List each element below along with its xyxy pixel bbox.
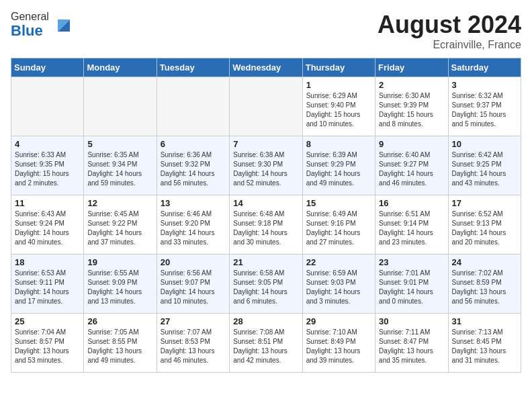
col-header-friday: Friday (375, 58, 448, 77)
calendar-cell: 23Sunrise: 7:01 AM Sunset: 9:01 PM Dayli… (375, 255, 448, 314)
calendar-cell: 3Sunrise: 6:32 AM Sunset: 9:37 PM Daylig… (448, 77, 521, 136)
title-block: August 2024 Ecrainville, France (378, 11, 521, 51)
page-header: General Blue August 2024 Ecrainville, Fr… (11, 11, 521, 51)
col-header-wednesday: Wednesday (230, 58, 302, 77)
calendar-cell: 30Sunrise: 7:11 AM Sunset: 8:47 PM Dayli… (375, 314, 448, 373)
day-info: Sunrise: 6:35 AM Sunset: 9:34 PM Dayligh… (87, 150, 152, 188)
logo-icon (51, 13, 75, 37)
calendar-cell: 17Sunrise: 6:52 AM Sunset: 9:13 PM Dayli… (448, 195, 521, 255)
day-info: Sunrise: 7:07 AM Sunset: 8:53 PM Dayligh… (161, 328, 226, 365)
logo-general: General (11, 11, 49, 22)
day-info: Sunrise: 7:11 AM Sunset: 8:47 PM Dayligh… (379, 328, 444, 365)
day-number: 20 (161, 257, 226, 267)
week-row-3: 11Sunrise: 6:43 AM Sunset: 9:24 PM Dayli… (11, 195, 521, 255)
logo: General Blue (11, 11, 75, 39)
day-number: 27 (161, 316, 226, 326)
calendar-cell: 31Sunrise: 7:13 AM Sunset: 8:45 PM Dayli… (448, 314, 521, 373)
day-number: 26 (87, 316, 152, 326)
calendar-cell (84, 77, 157, 136)
day-info: Sunrise: 6:53 AM Sunset: 9:11 PM Dayligh… (15, 269, 80, 306)
calendar-table: SundayMondayTuesdayWednesdayThursdayFrid… (11, 58, 521, 373)
day-number: 7 (233, 139, 298, 149)
day-number: 9 (379, 139, 444, 149)
calendar-cell: 28Sunrise: 7:08 AM Sunset: 8:51 PM Dayli… (230, 314, 302, 373)
day-number: 29 (306, 316, 371, 326)
day-info: Sunrise: 6:33 AM Sunset: 9:35 PM Dayligh… (15, 150, 80, 188)
day-info: Sunrise: 7:04 AM Sunset: 8:57 PM Dayligh… (15, 328, 80, 365)
calendar-cell: 11Sunrise: 6:43 AM Sunset: 9:24 PM Dayli… (11, 195, 84, 255)
day-info: Sunrise: 6:55 AM Sunset: 9:09 PM Dayligh… (87, 269, 152, 306)
day-number: 4 (15, 139, 80, 149)
col-header-tuesday: Tuesday (157, 58, 229, 77)
day-number: 31 (452, 316, 517, 326)
calendar-cell: 25Sunrise: 7:04 AM Sunset: 8:57 PM Dayli… (11, 314, 84, 373)
day-number: 19 (87, 257, 152, 267)
col-header-monday: Monday (84, 58, 157, 77)
day-number: 5 (87, 139, 152, 149)
day-number: 28 (233, 316, 298, 326)
day-number: 3 (452, 80, 517, 90)
day-info: Sunrise: 7:08 AM Sunset: 8:51 PM Dayligh… (233, 328, 298, 365)
calendar-cell: 4Sunrise: 6:33 AM Sunset: 9:35 PM Daylig… (11, 136, 84, 195)
calendar-cell: 21Sunrise: 6:58 AM Sunset: 9:05 PM Dayli… (230, 255, 302, 314)
header-row: SundayMondayTuesdayWednesdayThursdayFrid… (11, 58, 521, 77)
calendar-cell: 19Sunrise: 6:55 AM Sunset: 9:09 PM Dayli… (84, 255, 157, 314)
day-info: Sunrise: 6:59 AM Sunset: 9:03 PM Dayligh… (306, 269, 371, 306)
week-row-1: 1Sunrise: 6:29 AM Sunset: 9:40 PM Daylig… (11, 77, 521, 136)
day-info: Sunrise: 6:29 AM Sunset: 9:40 PM Dayligh… (306, 91, 371, 129)
day-info: Sunrise: 6:51 AM Sunset: 9:14 PM Dayligh… (379, 210, 444, 247)
calendar-cell (230, 77, 302, 136)
day-info: Sunrise: 6:49 AM Sunset: 9:16 PM Dayligh… (306, 210, 371, 247)
day-number: 16 (379, 198, 444, 208)
location-subtitle: Ecrainville, France (378, 39, 521, 51)
day-info: Sunrise: 6:43 AM Sunset: 9:24 PM Dayligh… (15, 210, 80, 247)
day-number: 12 (87, 198, 152, 208)
day-number: 25 (15, 316, 80, 326)
day-number: 24 (452, 257, 517, 267)
day-info: Sunrise: 6:52 AM Sunset: 9:13 PM Dayligh… (452, 210, 517, 247)
calendar-cell: 20Sunrise: 6:56 AM Sunset: 9:07 PM Dayli… (157, 255, 229, 314)
day-info: Sunrise: 6:46 AM Sunset: 9:20 PM Dayligh… (161, 210, 226, 247)
day-number: 1 (306, 80, 371, 90)
calendar-cell: 27Sunrise: 7:07 AM Sunset: 8:53 PM Dayli… (157, 314, 229, 373)
calendar-cell: 18Sunrise: 6:53 AM Sunset: 9:11 PM Dayli… (11, 255, 84, 314)
calendar-cell: 2Sunrise: 6:30 AM Sunset: 9:39 PM Daylig… (375, 77, 448, 136)
calendar-cell: 26Sunrise: 7:05 AM Sunset: 8:55 PM Dayli… (84, 314, 157, 373)
week-row-4: 18Sunrise: 6:53 AM Sunset: 9:11 PM Dayli… (11, 255, 521, 314)
calendar-cell: 5Sunrise: 6:35 AM Sunset: 9:34 PM Daylig… (84, 136, 157, 195)
day-number: 17 (452, 198, 517, 208)
calendar-cell: 13Sunrise: 6:46 AM Sunset: 9:20 PM Dayli… (157, 195, 229, 255)
day-info: Sunrise: 7:13 AM Sunset: 8:45 PM Dayligh… (452, 328, 517, 365)
day-info: Sunrise: 6:48 AM Sunset: 9:18 PM Dayligh… (233, 210, 298, 247)
day-number: 10 (452, 139, 517, 149)
calendar-cell: 16Sunrise: 6:51 AM Sunset: 9:14 PM Dayli… (375, 195, 448, 255)
calendar-cell: 22Sunrise: 6:59 AM Sunset: 9:03 PM Dayli… (302, 255, 375, 314)
calendar-cell: 7Sunrise: 6:38 AM Sunset: 9:30 PM Daylig… (230, 136, 302, 195)
day-number: 15 (306, 198, 371, 208)
calendar-cell: 6Sunrise: 6:36 AM Sunset: 9:32 PM Daylig… (157, 136, 229, 195)
day-number: 13 (161, 198, 226, 208)
day-info: Sunrise: 6:30 AM Sunset: 9:39 PM Dayligh… (379, 91, 444, 129)
day-info: Sunrise: 6:45 AM Sunset: 9:22 PM Dayligh… (87, 210, 152, 247)
day-info: Sunrise: 6:42 AM Sunset: 9:25 PM Dayligh… (452, 150, 517, 188)
day-info: Sunrise: 7:05 AM Sunset: 8:55 PM Dayligh… (87, 328, 152, 365)
day-info: Sunrise: 7:02 AM Sunset: 8:59 PM Dayligh… (452, 269, 517, 306)
day-number: 8 (306, 139, 371, 149)
day-info: Sunrise: 6:56 AM Sunset: 9:07 PM Dayligh… (161, 269, 226, 306)
logo-blue: Blue (11, 22, 43, 39)
day-number: 18 (15, 257, 80, 267)
calendar-cell: 15Sunrise: 6:49 AM Sunset: 9:16 PM Dayli… (302, 195, 375, 255)
calendar-cell: 29Sunrise: 7:10 AM Sunset: 8:49 PM Dayli… (302, 314, 375, 373)
week-row-2: 4Sunrise: 6:33 AM Sunset: 9:35 PM Daylig… (11, 136, 521, 195)
day-info: Sunrise: 7:01 AM Sunset: 9:01 PM Dayligh… (379, 269, 444, 306)
calendar-cell: 14Sunrise: 6:48 AM Sunset: 9:18 PM Dayli… (230, 195, 302, 255)
calendar-cell (157, 77, 229, 136)
month-year-title: August 2024 (378, 11, 521, 39)
col-header-sunday: Sunday (11, 58, 84, 77)
calendar-cell: 9Sunrise: 6:40 AM Sunset: 9:27 PM Daylig… (375, 136, 448, 195)
logo-text: General Blue (11, 11, 75, 39)
day-info: Sunrise: 6:39 AM Sunset: 9:29 PM Dayligh… (306, 150, 371, 188)
calendar-cell: 8Sunrise: 6:39 AM Sunset: 9:29 PM Daylig… (302, 136, 375, 195)
day-number: 11 (15, 198, 80, 208)
day-info: Sunrise: 6:38 AM Sunset: 9:30 PM Dayligh… (233, 150, 298, 188)
